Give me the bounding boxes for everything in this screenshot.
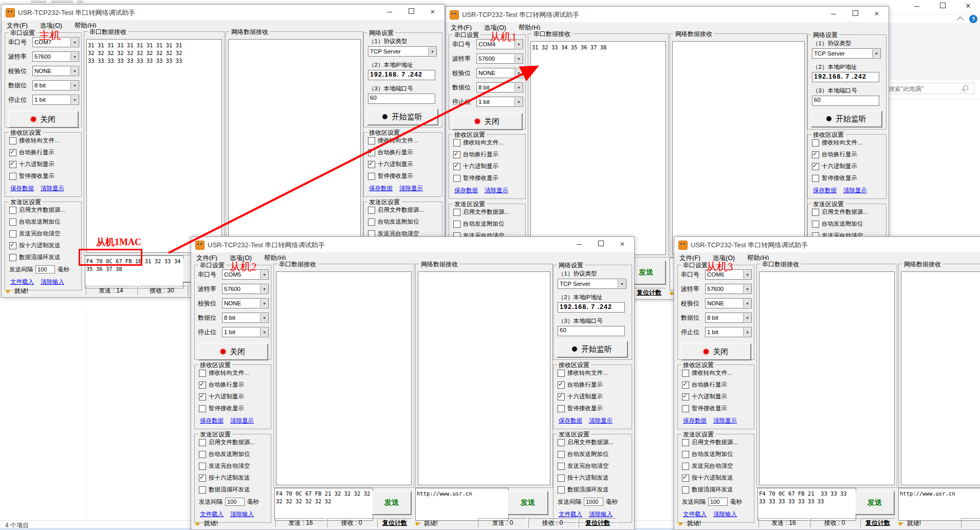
network-send-input[interactable]: http://www.usr.cn xyxy=(415,488,509,521)
checkbox-icon[interactable] xyxy=(812,151,819,158)
close-serial-button[interactable]: 关闭 xyxy=(8,111,78,127)
checkbox-loop-send[interactable]: 数据流循环发送 xyxy=(682,486,754,494)
checkbox-icon[interactable] xyxy=(682,393,689,400)
checkbox-icon[interactable] xyxy=(558,451,565,458)
save-data-link[interactable]: 保存数据 xyxy=(10,185,34,192)
chevron-down-icon[interactable]: ▼ xyxy=(70,38,79,46)
checkbox-file-data-source[interactable]: 启用文件数据源... xyxy=(453,208,525,216)
clear-input-link[interactable]: 清除输入 xyxy=(41,278,64,286)
titlebar[interactable]: USR-TCP232-Test 串口转网络调试助手 ✕ xyxy=(674,237,980,252)
chevron-down-icon[interactable]: ▼ xyxy=(743,285,751,293)
checkbox-icon[interactable] xyxy=(812,163,819,170)
databits-select[interactable]: 8 bit▼ xyxy=(705,313,752,323)
checkbox-icon[interactable] xyxy=(199,474,206,482)
checkbox-receive-to-file[interactable]: 接收转向文件... xyxy=(812,139,886,147)
checkbox-icon[interactable] xyxy=(453,139,460,147)
checkbox-file-data-source[interactable]: 启用文件数据源... xyxy=(368,206,442,214)
checkbox-pause-receive[interactable]: 暂停接收显示 xyxy=(9,172,81,180)
checkbox-clear-after-send[interactable]: 发送完自动清空 xyxy=(9,230,81,237)
send-interval-input[interactable]: 100 xyxy=(35,265,55,273)
checkbox-icon[interactable] xyxy=(368,137,375,144)
serial-receive-area[interactable]: 31 32 33 34 35 36 37 38 xyxy=(530,41,666,255)
network-receive-area[interactable] xyxy=(672,41,805,255)
explorer-help-button[interactable]: ? xyxy=(969,15,977,23)
checkbox-icon[interactable] xyxy=(368,161,375,168)
checkbox-icon[interactable] xyxy=(199,486,206,494)
explorer-maximize-button[interactable] xyxy=(938,2,947,10)
chevron-down-icon[interactable]: ▼ xyxy=(260,328,268,336)
checkbox-file-data-source[interactable]: 启用文件数据源... xyxy=(812,208,886,216)
checkbox-file-data-source[interactable]: 启用文件数据源... xyxy=(682,438,754,446)
checkbox-icon[interactable] xyxy=(558,405,565,412)
checkbox-icon[interactable] xyxy=(558,370,565,377)
close-serial-button[interactable]: 关闭 xyxy=(198,343,268,360)
save-data-link[interactable]: 保存数据 xyxy=(559,417,582,425)
checkbox-receive-to-file[interactable]: 接收转向文件... xyxy=(368,137,442,144)
stopbits-select[interactable]: 1 bit▼ xyxy=(705,327,752,337)
close-serial-button[interactable]: 关闭 xyxy=(681,343,751,360)
checkbox-icon[interactable] xyxy=(199,405,206,412)
checkbox-icon[interactable] xyxy=(199,451,206,458)
checkbox-auto-wrap[interactable]: 自动换行显示 xyxy=(368,149,442,156)
save-data-link[interactable]: 保存数据 xyxy=(813,187,837,194)
minimize-button[interactable] xyxy=(379,5,400,19)
network-send-input[interactable]: http://www.usr.cn xyxy=(898,488,980,521)
checkbox-hex-display[interactable]: 十六进制显示 xyxy=(199,393,271,400)
chevron-down-icon[interactable]: ▼ xyxy=(70,81,79,89)
chevron-down-icon[interactable]: ▼ xyxy=(743,328,751,336)
protocol-select[interactable]: TCP Server▼ xyxy=(368,46,437,57)
clear-input-link[interactable]: 清除输入 xyxy=(713,510,737,518)
send-interval-input[interactable]: 100 xyxy=(708,498,728,506)
start-listen-button[interactable]: 开始监听 xyxy=(557,341,627,357)
network-receive-area[interactable] xyxy=(901,271,980,485)
checkbox-hex-display[interactable]: 十六进制显示 xyxy=(812,162,886,170)
checkbox-receive-to-file[interactable]: 接收转向文件... xyxy=(682,369,754,377)
checkbox-icon[interactable] xyxy=(9,242,16,249)
checkbox-icon[interactable] xyxy=(453,163,460,170)
clear-display-link[interactable]: 清除显示 xyxy=(485,187,508,194)
chevron-down-icon[interactable]: ▼ xyxy=(70,52,79,61)
checkbox-loop-send[interactable]: 数据流循环发送 xyxy=(9,253,81,261)
baud-select[interactable]: 57600▼ xyxy=(32,51,79,62)
chevron-down-icon[interactable]: ▼ xyxy=(260,285,268,293)
checkbox-pause-receive[interactable]: 暂停接收显示 xyxy=(682,405,754,412)
checkbox-receive-to-file[interactable]: 接收转向文件... xyxy=(9,137,81,144)
checkbox-auto-append[interactable]: 自动发送附加位 xyxy=(453,220,525,228)
checkbox-icon[interactable] xyxy=(682,370,689,377)
checkbox-icon[interactable] xyxy=(558,486,565,494)
checkbox-icon[interactable] xyxy=(368,173,375,180)
local-ip-input[interactable]: 192.168. 7 .242 xyxy=(812,72,879,82)
baud-select[interactable]: 57600▼ xyxy=(705,284,752,294)
protocol-select[interactable]: TCP Server▼ xyxy=(812,48,881,59)
stopbits-select[interactable]: 1 bit▼ xyxy=(476,97,523,107)
serial-reset-count-button[interactable]: 复位计数 xyxy=(632,288,667,298)
chevron-down-icon[interactable]: ▼ xyxy=(618,280,626,288)
checkbox-hex-display[interactable]: 十六进制显示 xyxy=(368,160,442,168)
checkbox-icon[interactable] xyxy=(682,405,689,412)
serial-send-button[interactable]: 发送 xyxy=(855,491,894,515)
checkbox-icon[interactable] xyxy=(682,463,689,470)
checkbox-icon[interactable] xyxy=(682,474,689,482)
checkbox-icon[interactable] xyxy=(9,149,16,156)
checkbox-pause-receive[interactable]: 暂停接收显示 xyxy=(199,405,271,412)
checkbox-icon[interactable] xyxy=(812,175,819,182)
databits-select[interactable]: 8 bit▼ xyxy=(476,82,523,93)
checkbox-auto-append[interactable]: 自动发送附加位 xyxy=(199,450,271,458)
chevron-down-icon[interactable]: ▼ xyxy=(872,49,880,58)
clear-display-link[interactable]: 清除显示 xyxy=(589,417,613,425)
checkbox-icon[interactable] xyxy=(453,221,460,228)
checkbox-icon[interactable] xyxy=(453,209,460,216)
clear-input-link[interactable]: 清除输入 xyxy=(230,510,254,518)
checkbox-receive-to-file[interactable]: 接收转向文件... xyxy=(453,139,525,147)
chevron-down-icon[interactable]: ▼ xyxy=(743,299,751,307)
checkbox-icon[interactable] xyxy=(199,393,206,400)
chevron-down-icon[interactable]: ▼ xyxy=(70,67,79,75)
file-load-link[interactable]: 文件载入 xyxy=(683,510,707,518)
save-data-link[interactable]: 保存数据 xyxy=(369,185,393,192)
checkbox-auto-wrap[interactable]: 自动换行显示 xyxy=(453,151,525,158)
chevron-down-icon[interactable]: ▼ xyxy=(743,270,751,279)
checkbox-icon[interactable] xyxy=(682,381,689,389)
local-ip-input[interactable]: 192.168. 7 .242 xyxy=(368,70,435,80)
parity-select[interactable]: NONE▼ xyxy=(222,298,269,308)
checkbox-auto-wrap[interactable]: 自动换行显示 xyxy=(199,381,271,389)
